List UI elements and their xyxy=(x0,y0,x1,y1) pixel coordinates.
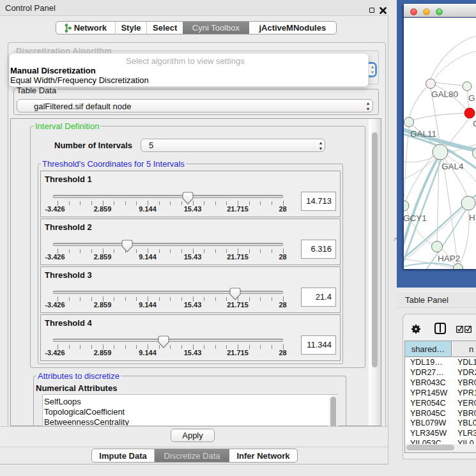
svg-text:GAL80: GAL80 xyxy=(431,89,458,99)
svg-text:C: C xyxy=(473,119,476,128)
svg-text:HAP2: HAP2 xyxy=(438,254,460,263)
svg-text:GAL4: GAL4 xyxy=(441,162,464,171)
svg-text:GCY1: GCY1 xyxy=(404,213,427,223)
svg-text:G: G xyxy=(468,93,475,103)
svg-text:H: H xyxy=(469,213,475,222)
svg-text:GAL11: GAL11 xyxy=(410,129,436,139)
